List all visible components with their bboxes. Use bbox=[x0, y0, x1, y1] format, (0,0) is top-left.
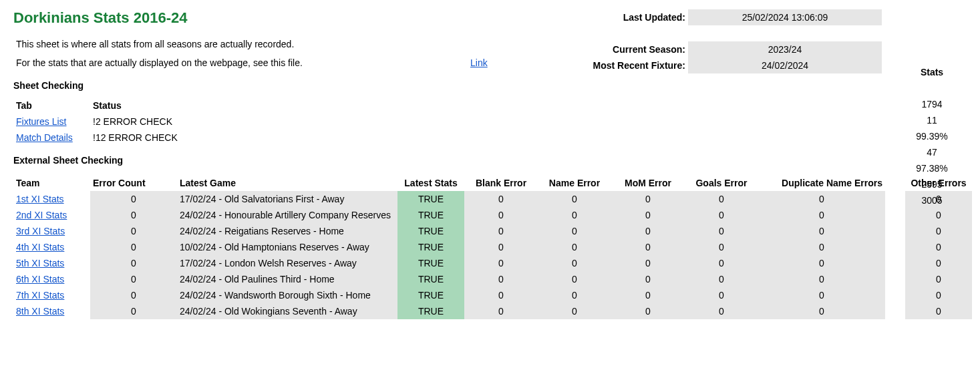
stats-column: Stats 1794 11 99.39% 47 97.38% 2595 3005 bbox=[895, 64, 969, 208]
goals-error: 0 bbox=[685, 271, 758, 287]
blank-error: 0 bbox=[464, 207, 538, 223]
name-error: 0 bbox=[538, 223, 611, 239]
stats-header: Stats bbox=[895, 64, 969, 80]
current-season-label: Current Season: bbox=[588, 41, 688, 57]
mom-error: 0 bbox=[611, 287, 685, 303]
col-name-error: Name Error bbox=[538, 175, 611, 191]
latest-stats: TRUE bbox=[397, 303, 464, 319]
stats-value: 99.39% bbox=[895, 128, 969, 144]
other-errors: 0 bbox=[905, 271, 972, 287]
latest-stats: TRUE bbox=[397, 271, 464, 287]
tab-col-header: Tab bbox=[13, 98, 90, 114]
match-details-link[interactable]: Match Details bbox=[16, 132, 73, 143]
name-error: 0 bbox=[538, 191, 611, 207]
team-link[interactable]: 5th XI Stats bbox=[16, 258, 64, 268]
intro-line-2: For the stats that are actually displaye… bbox=[13, 55, 468, 71]
duplicate-name-errors: 0 bbox=[758, 223, 885, 239]
other-errors: 0 bbox=[905, 287, 972, 303]
blank-error: 0 bbox=[464, 287, 538, 303]
col-latest-game: Latest Game bbox=[177, 175, 397, 191]
latest-game: 24/02/24 - Wandsworth Borough Sixth - Ho… bbox=[177, 287, 397, 303]
error-count: 0 bbox=[90, 271, 177, 287]
name-error: 0 bbox=[538, 255, 611, 271]
error-count: 0 bbox=[90, 239, 177, 255]
col-goals-error: Goals Error bbox=[685, 175, 758, 191]
duplicate-name-errors: 0 bbox=[758, 207, 885, 223]
col-latest-stats: Latest Stats bbox=[397, 175, 464, 191]
meta-block: Last Updated: 25/02/2024 13:06:09 Curren… bbox=[588, 9, 882, 73]
stats-value: 47 bbox=[895, 144, 969, 160]
stats-value: 2595 bbox=[895, 176, 969, 192]
team-link[interactable]: 2nd XI Stats bbox=[16, 210, 67, 220]
stats-value: 1794 bbox=[895, 96, 969, 112]
sheet-checking-header: Sheet Checking bbox=[13, 80, 967, 91]
webpage-link[interactable]: Link bbox=[470, 57, 488, 68]
mom-error: 0 bbox=[611, 207, 685, 223]
team-link[interactable]: 7th XI Stats bbox=[16, 290, 64, 301]
external-sheet-checking-header: External Sheet Checking bbox=[13, 155, 967, 166]
tab-table: Tab Status Fixtures List !2 ERROR CHECK … bbox=[13, 98, 967, 146]
error-count: 0 bbox=[90, 303, 177, 319]
blank-error: 0 bbox=[464, 239, 538, 255]
mom-error: 0 bbox=[611, 303, 685, 319]
team-link[interactable]: 6th XI Stats bbox=[16, 274, 64, 285]
error-count: 0 bbox=[90, 287, 177, 303]
latest-stats: TRUE bbox=[397, 239, 464, 255]
latest-stats: TRUE bbox=[397, 191, 464, 207]
team-link[interactable]: 3rd XI Stats bbox=[16, 226, 65, 236]
blank-error: 0 bbox=[464, 303, 538, 319]
error-count: 0 bbox=[90, 207, 177, 223]
goals-error: 0 bbox=[685, 223, 758, 239]
col-team: Team bbox=[13, 175, 90, 191]
last-updated-value: 25/02/2024 13:06:09 bbox=[688, 9, 882, 25]
error-count: 0 bbox=[90, 255, 177, 271]
stats-value: 97.38% bbox=[895, 160, 969, 176]
match-details-status: !12 ERROR CHECK bbox=[90, 130, 264, 146]
stats-value: 3005 bbox=[895, 192, 969, 208]
mom-error: 0 bbox=[611, 191, 685, 207]
latest-stats: TRUE bbox=[397, 207, 464, 223]
fixtures-list-link[interactable]: Fixtures List bbox=[16, 116, 66, 127]
team-link[interactable]: 8th XI Stats bbox=[16, 306, 64, 317]
latest-game: 24/02/24 - Old Paulines Third - Home bbox=[177, 271, 397, 287]
team-link[interactable]: 1st XI Stats bbox=[16, 194, 64, 204]
status-col-header: Status bbox=[90, 98, 264, 114]
blank-error: 0 bbox=[464, 271, 538, 287]
team-link[interactable]: 4th XI Stats bbox=[16, 242, 64, 252]
name-error: 0 bbox=[538, 207, 611, 223]
latest-game: 24/02/24 - Old Wokingians Seventh - Away bbox=[177, 303, 397, 319]
mom-error: 0 bbox=[611, 239, 685, 255]
latest-stats: TRUE bbox=[397, 287, 464, 303]
other-errors: 0 bbox=[905, 303, 972, 319]
blank-error: 0 bbox=[464, 255, 538, 271]
goals-error: 0 bbox=[685, 191, 758, 207]
latest-game: 10/02/24 - Old Hamptonians Reserves - Aw… bbox=[177, 239, 397, 255]
latest-stats: TRUE bbox=[397, 255, 464, 271]
col-blank-error: Blank Error bbox=[464, 175, 538, 191]
other-errors: 0 bbox=[905, 223, 972, 239]
duplicate-name-errors: 0 bbox=[758, 191, 885, 207]
duplicate-name-errors: 0 bbox=[758, 287, 885, 303]
blank-error: 0 bbox=[464, 191, 538, 207]
other-errors: 0 bbox=[905, 207, 972, 223]
fixtures-list-status: !2 ERROR CHECK bbox=[90, 114, 264, 130]
other-errors: 0 bbox=[905, 255, 972, 271]
most-recent-fixture-label: Most Recent Fixture: bbox=[588, 57, 688, 73]
col-error-count: Error Count bbox=[90, 175, 177, 191]
name-error: 0 bbox=[538, 271, 611, 287]
goals-error: 0 bbox=[685, 303, 758, 319]
most-recent-fixture-value: 24/02/2024 bbox=[688, 57, 882, 73]
name-error: 0 bbox=[538, 239, 611, 255]
goals-error: 0 bbox=[685, 239, 758, 255]
col-dup-name: Duplicate Name Errors bbox=[758, 175, 885, 191]
intro-line-1: This sheet is where all stats from all s… bbox=[13, 36, 468, 52]
col-mom-error: MoM Error bbox=[611, 175, 685, 191]
error-count: 0 bbox=[90, 191, 177, 207]
mom-error: 0 bbox=[611, 271, 685, 287]
duplicate-name-errors: 0 bbox=[758, 303, 885, 319]
goals-error: 0 bbox=[685, 207, 758, 223]
latest-game: 17/02/24 - Old Salvatorians First - Away bbox=[177, 191, 397, 207]
other-errors: 0 bbox=[905, 239, 972, 255]
duplicate-name-errors: 0 bbox=[758, 271, 885, 287]
duplicate-name-errors: 0 bbox=[758, 239, 885, 255]
